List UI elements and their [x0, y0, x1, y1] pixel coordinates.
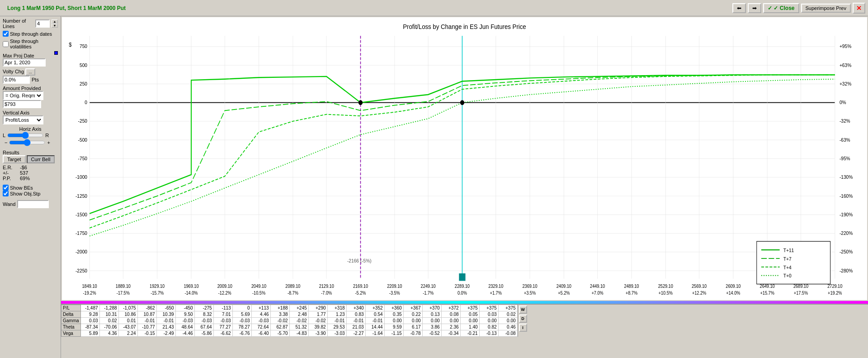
wand-input[interactable]: 2289.25	[17, 200, 49, 208]
svg-text:1849.10: 1849.10	[82, 283, 98, 289]
step-vol-label: Step through volatilities	[10, 38, 58, 49]
spin-up-button[interactable]: ▲	[52, 19, 58, 24]
table-cell-vega-8: -6.76	[232, 330, 251, 337]
table-cell-pl-21: +375	[479, 305, 498, 311]
i-button[interactable]: I	[519, 324, 527, 332]
row-header-pl: P/L	[61, 305, 81, 311]
svg-text:0: 0	[85, 100, 87, 105]
svg-text:-500: -500	[78, 137, 87, 143]
svg-point-71	[460, 100, 464, 105]
table-cell-delta-1: 10.31	[99, 311, 118, 318]
table-cell-delta-21: 0.03	[479, 311, 498, 318]
close-button[interactable]: ✓ ✓ Close	[763, 3, 799, 13]
svg-text:+63%: +63%	[840, 62, 851, 68]
svg-text:2529.10: 2529.10	[658, 283, 674, 289]
svg-text:-160%: -160%	[840, 193, 853, 199]
volty-chg-btn[interactable]: ...	[25, 68, 35, 76]
table-cell-pl-18: +370	[422, 305, 441, 311]
table-cell-gamma-14: -0.01	[346, 318, 365, 324]
table-cell-pl-14: +340	[346, 305, 365, 311]
x-button[interactable]: ✕	[853, 3, 865, 14]
table-cell-pl-12: +290	[308, 305, 327, 311]
max-proj-input[interactable]	[3, 58, 46, 67]
svg-text:1889.10: 1889.10	[116, 283, 131, 289]
row-header-gamma: Gamma	[61, 318, 81, 324]
table-cell-vega-5: -4.46	[175, 330, 194, 337]
table-cell-vega-1: 4.36	[99, 330, 118, 337]
blue-indicator	[54, 51, 58, 55]
table-cell-delta-14: 0.83	[346, 311, 365, 318]
svg-text:2609.10: 2609.10	[726, 283, 741, 289]
table-cell-delta-11: 2.48	[289, 311, 308, 318]
table-cell-delta-19: 0.08	[441, 311, 460, 318]
table-cell-theta-21: 0.82	[479, 324, 498, 330]
svg-text:Profit/Loss by Change in ES Ju: Profit/Loss by Change in ES Jun Futures …	[403, 23, 526, 30]
vertical-axis-select[interactable]: Profit/Loss	[3, 115, 43, 124]
svg-text:-250%: -250%	[840, 249, 853, 255]
results-table: E.R. -$6 +/- 537 P.P. 69%	[3, 165, 58, 181]
top-toolbar: Long 1 MarM 1950 Put, Short 1 MarM 2000 …	[0, 0, 868, 16]
step-vol-checkbox[interactable]	[3, 41, 9, 47]
table-cell-theta-0: -87.34	[80, 324, 99, 330]
table-cell-gamma-8: -0.03	[232, 318, 251, 324]
horiz-r-label: R	[45, 133, 49, 138]
svg-text:250: 250	[80, 81, 87, 86]
show-obj-label: Show Obj.Stp	[10, 191, 40, 196]
pm-label: +/-	[3, 170, 16, 176]
show-bes-label: Show BEs	[10, 185, 33, 191]
wand-label: Wand	[3, 201, 15, 207]
horiz-zoom-slider[interactable]	[9, 139, 45, 146]
w-button[interactable]: W	[519, 305, 527, 314]
table-cell-pl-10: +188	[270, 305, 289, 311]
svg-text:-19.2%: -19.2%	[83, 291, 96, 296]
table-cell-delta-16: 0.35	[384, 311, 403, 318]
table-cell-theta-20: 1.40	[460, 324, 479, 330]
svg-text:+7.0%: +7.0%	[592, 291, 604, 296]
svg-text:-3.5%: -3.5%	[389, 291, 400, 296]
svg-text:-12.2%: -12.2%	[218, 291, 231, 296]
svg-text:-1250: -1250	[75, 193, 87, 199]
amount-input[interactable]	[3, 100, 41, 108]
table-cell-delta-20: 0.05	[460, 311, 479, 318]
table-cell-delta-2: 10.86	[118, 311, 137, 318]
nav-back-button[interactable]: ⬅	[732, 3, 746, 13]
d-button[interactable]: D	[519, 315, 527, 323]
table-cell-pl-2: -1,075	[118, 305, 137, 311]
show-obj-checkbox[interactable]	[3, 191, 9, 196]
svg-text:2449.10: 2449.10	[590, 283, 605, 289]
table-cell-delta-15: 0.54	[365, 311, 384, 318]
table-cell-delta-6: 8.32	[194, 311, 213, 318]
table-cell-vega-6: -5.86	[194, 330, 213, 337]
table-cell-gamma-0: 0.03	[80, 318, 99, 324]
table-cell-vega-14: -2.27	[346, 330, 365, 337]
table-cell-theta-6: 67.64	[194, 324, 213, 330]
curr-bell-button[interactable]: Curr Bell	[27, 155, 55, 163]
step-dates-checkbox[interactable]	[3, 31, 9, 37]
svg-text:2089.10: 2089.10	[285, 283, 301, 289]
num-lines-input[interactable]	[35, 19, 50, 28]
pp-value: 69%	[20, 176, 30, 181]
show-bes-checkbox[interactable]	[3, 185, 9, 191]
volty-chg-input[interactable]	[3, 76, 30, 84]
svg-text:+32%: +32%	[840, 81, 851, 86]
table-cell-theta-22: 0.46	[498, 324, 517, 330]
pp-label: P.P.	[3, 176, 16, 181]
superimpose-button[interactable]: Superimpose Prev	[801, 4, 851, 13]
nav-back-icon: ⬅	[737, 5, 741, 11]
pm-value: 537	[20, 170, 28, 176]
table-cell-vega-7: -6.62	[213, 330, 232, 337]
spin-down-button[interactable]: ▼	[52, 24, 58, 28]
table-cell-gamma-16: 0.00	[384, 318, 403, 324]
nav-fwd-button[interactable]: ➡	[748, 3, 761, 13]
svg-text:-1.7%: -1.7%	[423, 291, 434, 296]
target-button[interactable]: Target	[3, 155, 26, 163]
svg-text:0%: 0%	[840, 100, 846, 105]
max-proj-label: Max Proj Date	[3, 53, 58, 58]
svg-text:2489.10: 2489.10	[624, 283, 639, 289]
amount-select[interactable]: = Orig. Reqmt.	[3, 91, 43, 100]
table-cell-vega-16: -1.15	[384, 330, 403, 337]
horiz-lr-slider[interactable]	[7, 132, 43, 139]
table-cell-pl-20: +375	[460, 305, 479, 311]
svg-text:2169.10: 2169.10	[353, 283, 368, 289]
svg-text:+10.5%: +10.5%	[659, 291, 673, 296]
